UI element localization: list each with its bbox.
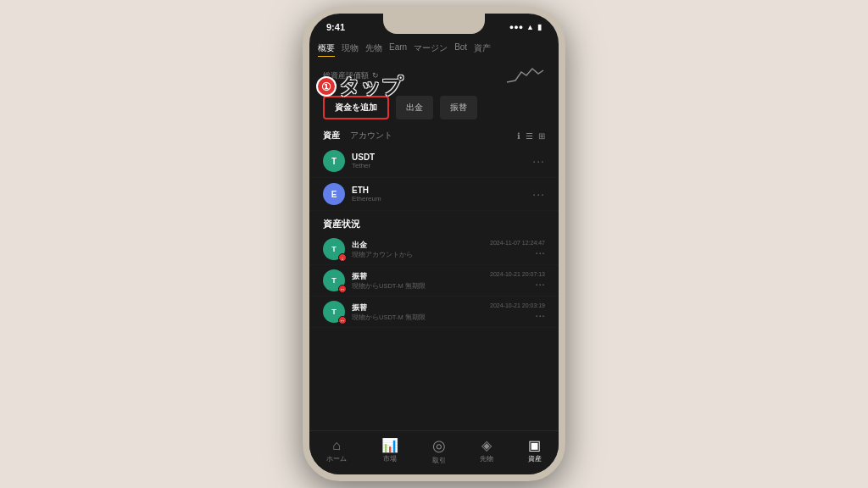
nav-tab-margin[interactable]: マージン [414,41,448,57]
nav-tab-assets[interactable]: 資产 [474,41,491,57]
nav-label-home: ホーム [326,455,347,463]
eth-symbol: ETH [352,186,526,195]
tx-sub-2: 現物からUSDT-M 無期限 [352,313,483,322]
list-icon[interactable]: ☰ [526,131,533,141]
tab-account[interactable]: アカウント [350,130,392,141]
tx-item-0[interactable]: T ↓ 出金 現物アカウントから 2024-11-07 12:24:47 ··· [309,234,559,265]
tx-type-2: 振替 [352,302,483,313]
mini-chart [503,64,545,87]
bottom-nav: ⌂ ホーム 📊 市場 ◎ 取引 ◈ 先物 ▣ 資産 [309,430,559,474]
action-buttons: 資金を追加 出金 振替 [309,89,559,126]
status-icons: ●●● ▲ ▮ [509,23,542,31]
wallet-icon: ▣ [528,437,541,453]
asset-list: T USDT Tether ··· E ETH Ethereum ··· [309,145,559,211]
usdt-name: Tether [352,162,526,169]
eth-name: Ethereum [352,195,526,202]
futures-icon: ◈ [481,437,492,453]
phone-notch [383,14,485,34]
usdt-icon: T [323,150,345,172]
usdt-symbol: USDT [352,152,526,162]
tx-right-2: 2024-10-21 20:03:19 ··· [490,302,545,322]
tx-right-1: 2024-10-21 20:07:13 ··· [490,271,545,291]
nav-tab-overview[interactable]: 概要 [318,41,335,57]
phone-frame: 9:41 ●●● ▲ ▮ 概要 現物 先物 Earn マージン Bot 資产 [303,7,565,481]
tx-icon-0: T ↓ [323,238,345,260]
eth-menu-icon[interactable]: ··· [532,187,545,201]
trade-icon: ◎ [432,436,446,455]
tx-item-2[interactable]: T ↔ 振替 現物からUSDT-M 無期限 2024-10-21 20:03:1… [309,297,559,328]
home-icon: ⌂ [332,438,341,453]
eth-icon: E [323,183,345,205]
signal-icon: ●●● [509,23,523,31]
tab-assets[interactable]: 資産 [323,130,340,141]
nav-tab-futures[interactable]: 先物 [365,41,382,57]
eth-info: ETH Ethereum [352,186,526,202]
tx-icon-1: T ↔ [323,269,345,291]
tx-info-2: 振替 現物からUSDT-M 無期限 [352,302,483,322]
tx-badge-1: ↔ [338,285,347,293]
usdt-menu-icon[interactable]: ··· [532,154,545,168]
wifi-icon: ▲ [526,23,534,31]
nav-item-markets[interactable]: 📊 市場 [381,437,398,463]
nav-item-trade[interactable]: ◎ 取引 [432,436,446,465]
tx-date-1: 2024-10-21 20:07:13 [490,271,545,277]
nav-tabs: 概要 現物 先物 Earn マージン Bot 資产 [309,37,559,60]
info-icon[interactable]: ℹ [517,131,520,141]
tx-type-0: 出金 [352,240,483,251]
markets-icon: 📊 [381,437,398,453]
nav-item-wallet[interactable]: ▣ 資産 [528,437,542,463]
nav-item-home[interactable]: ⌂ ホーム [326,438,347,463]
tx-menu-0[interactable]: ··· [490,246,545,259]
nav-label-trade: 取引 [432,457,446,465]
tx-sub-1: 現物からUSDT-M 無期限 [352,282,483,291]
tx-right-0: 2024-11-07 12:24:47 ··· [490,240,545,259]
tx-menu-1[interactable]: ··· [490,277,545,291]
nav-label-wallet: 資産 [528,455,542,463]
nav-label-futures: 先物 [480,455,493,463]
tx-badge-0: ↓ [338,253,347,262]
transaction-list: T ↓ 出金 現物アカウントから 2024-11-07 12:24:47 ··· [309,234,559,328]
tx-info-0: 出金 現物アカウントから [352,240,483,259]
nav-tab-bot[interactable]: Bot [454,41,467,57]
assets-tabs: 資産 アカウント ℹ ☰ ⊞ [309,126,559,145]
total-assets-label: 総資産評価額 ↻ [323,70,379,81]
withdraw-button[interactable]: 出金 [396,96,433,119]
nav-item-futures[interactable]: ◈ 先物 [480,437,493,463]
transfer-button[interactable]: 振替 [440,96,477,119]
status-time: 9:41 [326,22,345,32]
nav-tab-earn[interactable]: Earn [389,41,407,57]
nav-tab-spot[interactable]: 現物 [342,41,359,57]
grid-icon[interactable]: ⊞ [538,131,545,141]
refresh-icon[interactable]: ↻ [372,71,379,80]
asset-item-eth[interactable]: E ETH Ethereum ··· [309,178,559,211]
battery-icon: ▮ [537,23,542,31]
transactions-header: 資産状況 [309,211,559,234]
tx-icon-2: T ↔ [323,301,345,323]
usdt-info: USDT Tether [352,152,526,169]
asset-item-usdt[interactable]: T USDT Tether ··· [309,145,559,178]
assets-icons: ℹ ☰ ⊞ [517,131,545,141]
tx-sub-0: 現物アカウントから [352,251,483,259]
tx-badge-2: ↔ [338,316,347,324]
tx-type-1: 振替 [352,271,483,282]
tx-date-0: 2024-11-07 12:24:47 [490,240,545,246]
nav-label-markets: 市場 [383,455,397,463]
tx-info-1: 振替 現物からUSDT-M 無期限 [352,271,483,291]
tx-item-1[interactable]: T ↔ 振替 現物からUSDT-M 無期限 2024-10-21 20:07:1… [309,265,559,297]
tx-date-2: 2024-10-21 20:03:19 [490,302,545,308]
add-funds-button[interactable]: 資金を追加 [323,96,389,119]
tx-menu-2[interactable]: ··· [490,308,545,322]
